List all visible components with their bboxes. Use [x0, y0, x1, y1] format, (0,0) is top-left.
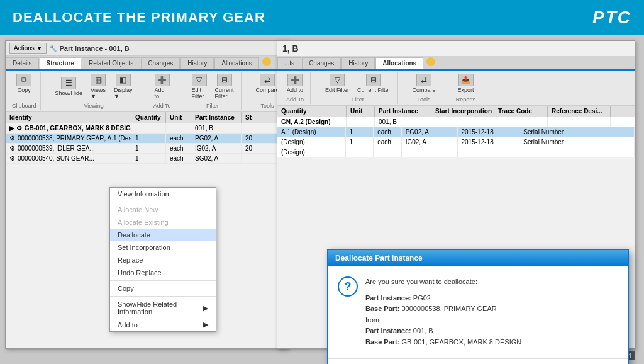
bg-table-header: Identity Quantity Unit Part Instance St [6, 112, 287, 123]
part-icon-sm: 🔧 [49, 45, 57, 52]
fg-ribbon-addto: ➕ Add to Add To [280, 72, 311, 104]
table-row: ▶ ⚙GB-001, GEARBOX, MARK 8 DESIGN, A.2 (… [6, 123, 287, 134]
row-identity: ▶ ⚙GB-001, GEARBOX, MARK 8 DESIGN, A.2 (… [6, 123, 131, 133]
copy-button[interactable]: ⧉ Copy [13, 72, 35, 95]
fg-col-qty: Quantity [277, 106, 347, 117]
background-window: Actions ▼ 🔧 Part Instance - 001, B Detai… [5, 40, 288, 349]
row-identity: ⚙0000000539, IDLER GEA... [6, 144, 131, 153]
fg-ribbon-filter: ▽ Edit Filter ⊟ Current Filter Filter [318, 72, 398, 104]
display-icon: ◧ [116, 74, 131, 86]
fg-tabs: ...ts Changes History Allocations [277, 56, 635, 71]
show-hide-button[interactable]: ☰ Show/Hide [52, 75, 86, 98]
ctx-undo-replace[interactable]: Undo Replace [110, 266, 216, 279]
fg-col-part-inst: Part Instance [375, 106, 431, 117]
copy-icon: ⧉ [16, 74, 31, 86]
dialog-footer: OK Cancel [328, 358, 628, 364]
fg-tab-history[interactable]: History [341, 57, 375, 69]
col-status: St [242, 112, 260, 123]
views-icon: ▦ [91, 74, 106, 86]
fg-col-start-inc: Start Incorporation [431, 106, 494, 117]
fg-edit-filter-button[interactable]: ▽ Edit Filter [322, 72, 352, 95]
bg-table: Identity Quantity Unit Part Instance St … [6, 112, 287, 164]
tab-history[interactable]: History [180, 57, 214, 69]
tab-related[interactable]: Related Objects [82, 57, 140, 69]
table-row[interactable]: ⚙0000000539, IDLER GEA... 1 each IG02, A… [6, 144, 287, 154]
ctx-sep1 [110, 202, 216, 202]
dialog-title: Deallocate Part Instance [328, 250, 628, 266]
table-row: GN, A.2 (Design) 001, B [277, 117, 635, 127]
dialog-field-2: Base Part: 0000000538, PRIMARY GEAR [365, 304, 521, 315]
ctx-deallocate[interactable]: Deallocate [110, 229, 216, 241]
fg-col-trace-code: Trace Code [494, 106, 548, 117]
tab-allocations[interactable]: Allocations [214, 57, 258, 69]
deallocate-dialog: Deallocate Part Instance ? Are you sure … [327, 249, 629, 364]
dialog-question: Are you sure you want to deallocate: [365, 276, 521, 288]
show-hide-icon: ☰ [61, 77, 76, 89]
fg-tab-changes[interactable]: Changes [302, 57, 341, 69]
current-filter-icon: ⊟ [217, 74, 232, 86]
ctx-show-hide-related[interactable]: Show/Hide Related Information▶ [110, 298, 216, 318]
fg-add-to-button[interactable]: ➕ Add to [284, 72, 306, 95]
add-to-button[interactable]: ➕ Add to [152, 72, 173, 101]
tab-structure[interactable]: Structure [40, 57, 81, 69]
tab-changes[interactable]: Changes [141, 57, 180, 69]
col-identity: Identity [6, 112, 131, 123]
dialog-field-3: Part Instance: 001, B [365, 326, 521, 337]
ctx-sep2 [110, 280, 216, 281]
ctx-allocate-existing: Allocate Existing [110, 216, 216, 229]
fg-table-header: Quantity Unit Part Instance Start Incorp… [277, 106, 635, 117]
header-title: DEALLOCATE THE PRIMARY GEAR [13, 9, 265, 26]
col-qty: Quantity [131, 112, 166, 123]
ctx-copy[interactable]: Copy [110, 282, 216, 295]
table-row[interactable]: (Design) 1 each IG02, A 2015-12-18 Seria… [277, 137, 635, 147]
fg-tab-ts[interactable]: ...ts [277, 57, 301, 69]
ctx-view-info[interactable]: View Information [110, 188, 216, 200]
ctx-allocate-new: Allocate New [110, 203, 216, 216]
actions-label: Actions ▼ [14, 45, 42, 52]
edit-filter-button[interactable]: ▽ Edit Filter [189, 72, 210, 101]
add-to-icon: ➕ [155, 74, 170, 86]
fg-table: Quantity Unit Part Instance Start Incorp… [277, 106, 635, 157]
fg-compare-button[interactable]: ⇄ Compare [409, 72, 439, 95]
ctx-add-to[interactable]: Add to▶ [110, 318, 216, 331]
dialog-question-icon: ? [338, 276, 358, 297]
actions-button[interactable]: Actions ▼ [9, 43, 47, 54]
tab-settings-icon [262, 57, 271, 66]
fg-title: 1, B [277, 41, 635, 56]
dialog-field-4: Base Part: GB-001, GEARBOX, MARK 8 DESIG… [365, 337, 521, 348]
row-identity: ⚙0000000538, PRIMARY GEAR, A.1 (Design) [6, 134, 131, 143]
fg-ribbon-tools: ⇄ Compare Tools [406, 72, 443, 104]
dialog-field-1: Part Instance: PG02 [365, 293, 521, 304]
fg-export-icon: 📤 [458, 74, 474, 86]
edit-filter-icon: ▽ [192, 74, 207, 86]
fg-edit-filter-icon: ▽ [330, 74, 345, 86]
table-row[interactable]: A.1 (Design) 1 each PG02, A 2015-12-18 S… [277, 127, 635, 137]
ctx-set-incorporation[interactable]: Set Incorporation [110, 241, 216, 254]
table-row[interactable]: (Design) [277, 147, 635, 157]
display-button[interactable]: ◧ Display ▼ [111, 72, 136, 101]
ribbon-group-filter: ▽ Edit Filter ⊟ Current Filter Filter [185, 72, 242, 110]
dialog-body: ? Are you sure you want to deallocate: P… [328, 266, 628, 358]
fg-export-button[interactable]: 📤 Export [455, 72, 477, 95]
fg-tab-icon [426, 57, 435, 66]
table-row[interactable]: ⚙0000000538, PRIMARY GEAR, A.1 (Design) … [6, 134, 287, 144]
fg-current-filter-button[interactable]: ⊟ Current Filter [354, 72, 394, 95]
context-menu: View Information Allocate New Allocate E… [109, 187, 216, 332]
dialog-text: Are you sure you want to deallocate: Par… [365, 276, 521, 348]
views-button[interactable]: ▦ Views ▼ [87, 72, 109, 101]
dialog-field-from: from [365, 315, 521, 326]
current-filter-button[interactable]: ⊟ Current Filter [212, 72, 237, 101]
fg-ribbon: ➕ Add to Add To ▽ Edit Filter ⊟ Current … [277, 71, 635, 106]
main-content: Actions ▼ 🔧 Part Instance - 001, B Detai… [0, 35, 644, 364]
col-part-inst: Part Instance [191, 112, 242, 123]
bg-tabs: Details Structure Related Objects Change… [6, 56, 287, 71]
instance-label: Part Instance - 001, B [59, 45, 129, 52]
compare-icon: ⇄ [260, 74, 275, 86]
row-identity: ⚙0000000540, SUN GEAR... [6, 154, 131, 163]
ctx-replace[interactable]: Replace [110, 254, 216, 266]
fg-add-to-icon: ➕ [287, 74, 303, 86]
table-row[interactable]: ⚙0000000540, SUN GEAR... 1 each SG02, A [6, 154, 287, 164]
ctx-sep3 [110, 296, 216, 297]
tab-details[interactable]: Details [6, 57, 39, 69]
fg-tab-allocations[interactable]: Allocations [375, 57, 423, 69]
